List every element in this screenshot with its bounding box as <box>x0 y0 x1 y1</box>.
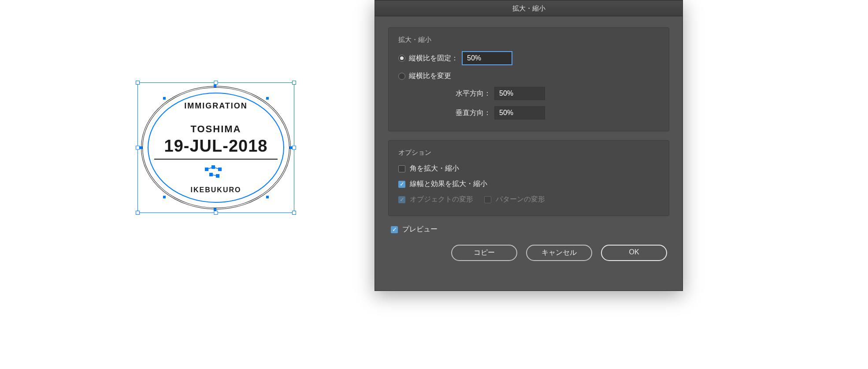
anchor-point[interactable] <box>163 97 166 100</box>
uniform-scale-row: 縦横比を固定： <box>398 51 659 65</box>
resize-handle-tl[interactable] <box>136 81 140 85</box>
scale-corners-label: 角を拡大・縮小 <box>410 164 459 173</box>
resize-handle-mr[interactable] <box>292 146 296 150</box>
scale-dialog: 拡大・縮小 拡大・縮小 縦横比を固定： 縦横比を変更 水平方向： 垂直方向： <box>375 0 683 291</box>
scale-section-title: 拡大・縮小 <box>398 36 659 44</box>
stamp-text-date: 19-JUL-2018 <box>141 137 291 156</box>
scale-section: 拡大・縮小 縦横比を固定： 縦横比を変更 水平方向： 垂直方向： <box>388 27 669 131</box>
vertical-scale-row: 垂直方向： <box>398 106 659 119</box>
stamp-text-city: TOSHIMA <box>141 123 291 135</box>
cancel-button[interactable]: キャンセル <box>526 245 592 261</box>
horizontal-scale-input[interactable] <box>494 87 545 100</box>
resize-handle-br[interactable] <box>292 211 296 215</box>
transform-objects-checkbox <box>398 196 405 203</box>
horizontal-scale-row: 水平方向： <box>398 87 659 100</box>
stamp-graphic <box>203 163 229 181</box>
anchor-point[interactable] <box>140 146 142 149</box>
preview-row: プレビュー <box>391 225 669 234</box>
resize-handle-bl[interactable] <box>136 211 140 215</box>
selected-artwork[interactable]: IMMIGRATION TOSHIMA 19-JUL-2018 IKEBUKUR… <box>141 86 291 209</box>
transform-patterns-checkbox <box>484 196 491 203</box>
dialog-button-row: コピー キャンセル OK <box>388 245 669 261</box>
dialog-title: 拡大・縮小 <box>375 0 683 16</box>
scale-strokes-label: 線幅と効果を拡大・縮小 <box>410 179 487 189</box>
uniform-scale-input[interactable] <box>462 51 512 65</box>
anchor-point[interactable] <box>266 196 269 198</box>
anchor-point[interactable] <box>163 196 166 198</box>
resize-handle-bm[interactable] <box>214 211 218 215</box>
nonuniform-scale-row: 縦横比を変更 <box>398 71 659 81</box>
stamp-text-bottom: IKEBUKURO <box>141 186 291 194</box>
options-section-title: オプション <box>398 149 659 157</box>
scale-strokes-row: 線幅と効果を拡大・縮小 <box>398 179 659 189</box>
resize-handle-tm[interactable] <box>214 81 218 85</box>
stamp-divider-line <box>154 159 278 160</box>
vertical-label: 垂直方向： <box>434 108 491 118</box>
resize-handle-ml[interactable] <box>136 146 140 150</box>
scale-corners-row: 角を拡大・縮小 <box>398 164 659 173</box>
uniform-radio-label: 縦横比を固定： <box>409 54 458 63</box>
vertical-scale-input[interactable] <box>494 106 545 119</box>
nonuniform-radio[interactable] <box>398 73 405 80</box>
dialog-body: 拡大・縮小 縦横比を固定： 縦横比を変更 水平方向： 垂直方向： <box>375 16 683 272</box>
scale-corners-checkbox[interactable] <box>398 165 405 172</box>
transform-objects-label: オブジェクトの変形 <box>410 195 473 204</box>
horizontal-label: 水平方向： <box>434 89 491 98</box>
anchor-point[interactable] <box>266 97 269 100</box>
ok-button[interactable]: OK <box>601 245 667 261</box>
canvas-area[interactable]: IMMIGRATION TOSHIMA 19-JUL-2018 IKEBUKUR… <box>0 0 375 369</box>
options-section: オプション 角を拡大・縮小 線幅と効果を拡大・縮小 オブジェクトの変形 パターン… <box>388 140 669 216</box>
stamp-text-top: IMMIGRATION <box>141 101 291 111</box>
nonuniform-radio-label: 縦横比を変更 <box>409 71 451 81</box>
resize-handle-tr[interactable] <box>292 81 296 85</box>
scale-strokes-checkbox[interactable] <box>398 181 405 188</box>
anchor-point[interactable] <box>289 146 292 149</box>
uniform-radio[interactable] <box>398 55 405 62</box>
anchor-point[interactable] <box>214 85 216 87</box>
transform-options-row: オブジェクトの変形 パターンの変形 <box>398 195 659 204</box>
preview-checkbox[interactable] <box>391 226 398 233</box>
preview-label: プレビュー <box>402 225 438 234</box>
anchor-point[interactable] <box>214 208 216 211</box>
transform-patterns-label: パターンの変形 <box>496 195 545 204</box>
copy-button[interactable]: コピー <box>451 245 517 261</box>
